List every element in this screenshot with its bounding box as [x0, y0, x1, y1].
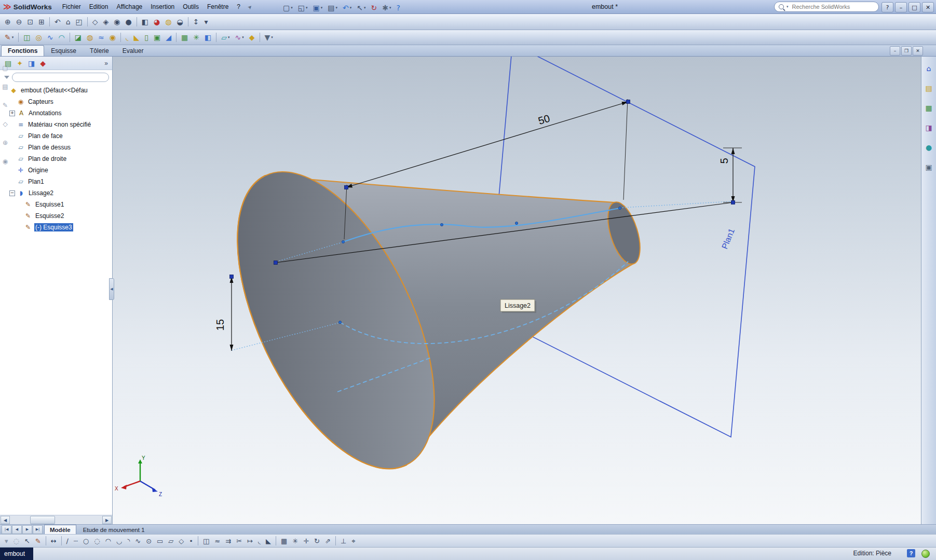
- panel-horizontal-scrollbar[interactable]: ◀ ▶: [0, 515, 112, 524]
- curves-icon[interactable]: ∿▾: [233, 31, 246, 44]
- perimeter-circle-icon[interactable]: ◌: [92, 535, 102, 547]
- extrude-cut-icon[interactable]: ◪: [73, 31, 84, 44]
- polygon-icon[interactable]: ◇: [177, 535, 186, 547]
- tab-scroll-button[interactable]: ◀: [12, 525, 22, 534]
- ellipse-icon[interactable]: ⊙: [144, 535, 154, 547]
- dropdown-caret-icon[interactable]: ▾: [271, 35, 273, 39]
- spline-point[interactable]: [618, 207, 621, 209]
- tab-evaluer[interactable]: Evaluer: [116, 45, 151, 56]
- view-orientation-icon[interactable]: ◰: [74, 16, 85, 28]
- scroll-right-icon[interactable]: ▶: [102, 516, 112, 524]
- view-settings-icon[interactable]: ▾: [202, 16, 210, 28]
- new-document-icon[interactable]: ▢▾: [281, 2, 295, 14]
- docked-toolbar-icon-3[interactable]: ✎: [1, 99, 10, 112]
- tree-item-esquisse3[interactable]: ✎(-) Esquisse3: [0, 222, 112, 233]
- spline-point[interactable]: [342, 240, 344, 243]
- dropdown-caret-icon[interactable]: ▾: [242, 35, 244, 39]
- vertex-handle[interactable]: [345, 186, 348, 189]
- scrollbar-thumb[interactable]: [30, 516, 55, 524]
- tree-item-plan-de-face[interactable]: ▱Plan de face: [0, 130, 112, 142]
- tab-etude-de-mouvement-1[interactable]: Etude de mouvement 1: [77, 525, 151, 534]
- tree-item-plan-de-droite[interactable]: ▱Plan de droite: [0, 153, 112, 165]
- close-button[interactable]: ✕: [922, 2, 934, 12]
- tree-item-esquisse1[interactable]: ✎Esquisse1: [0, 199, 112, 210]
- scroll-left-icon[interactable]: ◀: [1, 516, 10, 524]
- tab-modele[interactable]: Modèle: [44, 525, 76, 534]
- dimension-50-text[interactable]: 50: [537, 113, 551, 127]
- point-icon[interactable]: •: [187, 535, 195, 547]
- three-point-arc-icon[interactable]: ◝: [125, 535, 132, 547]
- rebuild-icon[interactable]: ↻: [369, 2, 379, 14]
- vertex-handle[interactable]: [230, 275, 234, 279]
- search-box[interactable]: ▾: [774, 2, 879, 12]
- loft-solid[interactable]: [197, 142, 646, 498]
- previous-view-icon[interactable]: ↶: [52, 16, 63, 28]
- extend-entities-icon[interactable]: ↦: [245, 535, 255, 547]
- custom-properties-icon[interactable]: ▣: [923, 161, 934, 173]
- select-icon[interactable]: ↖: [22, 535, 32, 547]
- search-caret-icon[interactable]: ▾: [786, 5, 789, 9]
- file-explorer-icon[interactable]: ▦: [923, 102, 934, 114]
- view-palette-icon[interactable]: ◨: [923, 121, 934, 134]
- display-relations-icon[interactable]: ⊥: [338, 535, 348, 547]
- revolve-cut-icon[interactable]: ◍: [85, 31, 95, 44]
- print-icon[interactable]: ▤▾: [325, 2, 340, 14]
- configurationmanager-icon[interactable]: ◨: [26, 57, 37, 70]
- selection-filter-icon[interactable]: ▼▾: [263, 31, 275, 44]
- wireframe-icon[interactable]: ◇: [90, 16, 100, 28]
- toolbar-flyout-icon[interactable]: ▾: [3, 535, 10, 547]
- sketch-chamfer-icon[interactable]: ◣: [264, 535, 273, 547]
- circle-icon[interactable]: ○: [81, 535, 91, 547]
- tab-scroll-button[interactable]: ▶|: [33, 525, 43, 534]
- menu-edition[interactable]: Edition: [85, 1, 113, 13]
- undo-icon[interactable]: ↶▾: [341, 2, 354, 14]
- menu-fichier[interactable]: Fichier: [58, 1, 85, 13]
- vertex-handle[interactable]: [731, 201, 735, 204]
- help-icon[interactable]: ?: [394, 2, 402, 14]
- expand-icon[interactable]: +: [9, 111, 15, 116]
- vertex-handle[interactable]: [274, 261, 278, 265]
- centerline-icon[interactable]: ┄: [72, 535, 80, 547]
- circular-pattern-icon[interactable]: ✳: [191, 31, 201, 44]
- dropdown-caret-icon[interactable]: ▾: [12, 35, 14, 39]
- convert-entities-icon[interactable]: ⇉: [223, 535, 233, 547]
- parallelogram-icon[interactable]: ▱: [166, 535, 175, 547]
- tangent-arc-icon[interactable]: ◡: [114, 535, 124, 547]
- fm-overflow-button[interactable]: »: [104, 60, 110, 67]
- linear-pattern-icon[interactable]: ▦: [179, 31, 190, 44]
- solidworks-resources-icon[interactable]: ⌂: [925, 62, 933, 75]
- tree-item-origine[interactable]: ✛Origine: [0, 165, 112, 176]
- dropdown-caret-icon[interactable]: ▾: [350, 6, 352, 10]
- mirror-entities-icon[interactable]: ◫: [201, 535, 211, 547]
- tab-scroll-button[interactable]: ▶: [22, 525, 32, 534]
- fillet-icon[interactable]: ◟: [124, 31, 130, 44]
- docked-toolbar-icon-1[interactable]: ▢: [0, 62, 10, 74]
- zoom-out-icon[interactable]: ⊖: [14, 16, 24, 28]
- section-view-icon[interactable]: ◧: [140, 16, 151, 28]
- save-icon[interactable]: ▣▾: [311, 2, 325, 14]
- vertex-handle[interactable]: [627, 100, 630, 104]
- offset-entities-icon[interactable]: ≈: [212, 535, 222, 547]
- select-icon[interactable]: ↖▾: [355, 2, 368, 14]
- draft-icon[interactable]: ◢: [164, 31, 173, 44]
- tree-item-annotations[interactable]: +AAnnotations: [0, 107, 112, 119]
- maximize-button[interactable]: □: [908, 2, 920, 12]
- dimension-15-text[interactable]: 15: [214, 319, 226, 331]
- design-library-icon[interactable]: ▤: [923, 82, 934, 94]
- doc-minimize-button[interactable]: –: [890, 46, 900, 56]
- tab-tolerie[interactable]: Tôlerie: [83, 45, 116, 56]
- swept-cut-icon[interactable]: ≈: [96, 31, 106, 44]
- rectangle-icon[interactable]: ▭: [155, 535, 165, 547]
- tree-item-capteurs[interactable]: ◉Capteurs: [0, 96, 112, 107]
- line-icon[interactable]: ∕: [64, 535, 71, 547]
- doc-close-button[interactable]: ✕: [913, 46, 923, 56]
- propertymanager-icon[interactable]: ✦: [15, 57, 25, 70]
- appearance-icon[interactable]: ◕: [152, 16, 162, 28]
- named-views-icon[interactable]: ⌂: [64, 16, 73, 28]
- revolve-boss-icon[interactable]: ◎: [33, 31, 44, 44]
- instant3d-icon[interactable]: ◆: [247, 31, 257, 44]
- dimension-15[interactable]: 15: [214, 277, 234, 351]
- tab-scroll-button[interactable]: |◀: [2, 525, 11, 534]
- lasso-select-icon[interactable]: ◌: [11, 535, 21, 547]
- linear-sketch-pattern-icon[interactable]: ▦: [279, 535, 289, 547]
